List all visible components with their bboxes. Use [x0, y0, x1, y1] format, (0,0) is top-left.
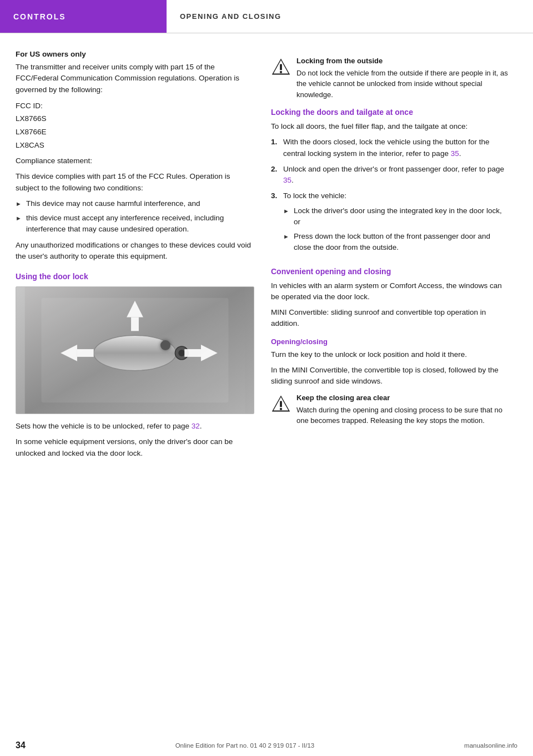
step-1-link[interactable]: 35 [451, 149, 459, 158]
warning-locking-body: Do not lock the vehicle from the outside… [296, 69, 508, 99]
list-item: ► This device may not cause harmful inte… [16, 198, 254, 209]
door-lock-image [16, 286, 254, 414]
convenient-heading: Convenient opening and closing [271, 267, 510, 276]
fcc-id-1: LX8766S [16, 113, 254, 125]
warning-closing-text: Keep the closing area clear Watch during… [296, 392, 510, 426]
controls-tab-label: CONTROLS [13, 12, 66, 21]
warning-closing-title: Keep the closing area clear [296, 392, 510, 404]
list-item: 2. Unlock and open the driver's or front… [271, 164, 510, 187]
svg-rect-14 [280, 71, 282, 73]
bullet-2-text: this device must accept any interference… [26, 213, 254, 235]
list-item: ► this device must accept any interferen… [16, 213, 254, 235]
step-3-bullet-2: Press down the lock button of the front … [294, 231, 510, 254]
door-lock-caption-1: Sets how the vehicle is to be unlocked, … [16, 422, 192, 430]
fcc-id-3: LX8CAS [16, 139, 254, 152]
svg-rect-10 [131, 317, 139, 331]
locking-doors-heading: Locking the doors and tailgate at once [271, 108, 510, 117]
step-number-3: 3. [271, 190, 283, 201]
warning-closing-box: Keep the closing area clear Watch during… [271, 392, 510, 426]
bullet-arrow-icon: ► [283, 206, 289, 216]
step-1-text: With the doors closed, lock the vehicle … [283, 137, 510, 159]
warning-locking-box: Locking from the outside Do not lock the… [271, 56, 510, 100]
locking-steps-list: 1. With the doors closed, lock the vehic… [271, 137, 510, 256]
list-item: ► Lock the driver's door using the integ… [283, 205, 510, 228]
fcc-bullet-list: ► This device may not cause harmful inte… [16, 198, 254, 235]
door-lock-body: In some vehicle equipment versions, only… [16, 436, 254, 459]
list-item: 3. To lock the vehicle: ► Lock the drive… [271, 190, 510, 256]
bullet-arrow-icon: ► [16, 214, 22, 223]
door-lock-caption: Sets how the vehicle is to be unlocked, … [16, 421, 254, 432]
compliance-label: Compliance statement: [16, 155, 254, 167]
bullet-arrow-icon: ► [283, 232, 289, 241]
svg-rect-8 [184, 349, 201, 357]
door-lock-link[interactable]: 32 [192, 422, 200, 430]
step-2-text: Unlock and open the driver's or front pa… [283, 164, 510, 187]
locking-doors-intro: To lock all doors, the fuel filler flap,… [271, 121, 510, 132]
warning-triangle-icon-2 [271, 394, 291, 414]
svg-rect-13 [280, 64, 282, 70]
step-3-text: To lock the vehicle: ► Lock the driver's… [283, 190, 510, 256]
convenient-body-2: MINI Convertible: sliding sunroof and co… [271, 307, 510, 330]
step-3-bullet-1: Lock the driver's door using the integra… [294, 205, 510, 228]
svg-rect-6 [77, 349, 94, 357]
convenient-body-1: In vehicles with an alarm system or Comf… [271, 280, 510, 303]
footer-center-text: Online Edition for Part no. 01 40 2 919 … [175, 742, 315, 749]
step-number-2: 2. [271, 164, 283, 175]
footer-right-text: manualsonline.info [464, 742, 517, 749]
svg-rect-17 [280, 401, 282, 407]
unauthorized-text: Any unauthorized modifications or change… [16, 240, 254, 263]
fcc-id-label: FCC ID: [16, 100, 254, 112]
page-footer: 34 Online Edition for Part no. 01 40 2 9… [0, 740, 533, 750]
page-number: 34 [16, 740, 26, 750]
page-header: CONTROLS OPENING AND CLOSING [0, 0, 533, 33]
list-item: ► Press down the lock button of the fron… [283, 231, 510, 254]
section-title: OPENING AND CLOSING [167, 0, 295, 33]
compliance-body: This device complies with part 15 of the… [16, 171, 254, 194]
bullet-arrow-icon: ► [16, 199, 22, 209]
controls-tab: CONTROLS [0, 0, 167, 33]
svg-point-2 [94, 335, 177, 370]
warning-locking-title: Locking from the outside [296, 56, 510, 67]
main-content: For US owners only The transmitter and r… [0, 33, 533, 497]
warning-locking-text: Locking from the outside Do not lock the… [296, 56, 510, 100]
opening-closing-body-2: In the MINI Convertible, the convertible… [271, 365, 510, 387]
right-column: Locking from the outside Do not lock the… [271, 50, 510, 463]
bullet-1-text: This device may not cause harmful interf… [26, 198, 200, 209]
for-us-owners-heading: For US owners only [16, 50, 254, 58]
list-item: 1. With the doors closed, lock the vehic… [271, 137, 510, 159]
door-lock-caption-2: . [200, 422, 202, 430]
svg-rect-18 [280, 408, 282, 410]
step-3-sub-list: ► Lock the driver's door using the integ… [283, 205, 510, 254]
fcc-id-2: LX8766E [16, 126, 254, 138]
step-number-1: 1. [271, 137, 283, 148]
step-2-link[interactable]: 35 [283, 176, 291, 184]
warning-triangle-icon [271, 57, 291, 77]
svg-point-4 [178, 350, 185, 356]
door-lock-heading: Using the door lock [16, 272, 254, 281]
for-us-owners-body: The transmitter and receiver units compl… [16, 62, 254, 95]
opening-closing-subheading: Opening/closing [271, 337, 510, 346]
left-column: For US owners only The transmitter and r… [16, 50, 254, 463]
door-lock-svg [16, 287, 254, 414]
opening-closing-body-1: Turn the key to the unlock or lock posit… [271, 349, 510, 360]
section-title-text: OPENING AND CLOSING [180, 12, 281, 21]
warning-closing-body: Watch during the opening and closing pro… [296, 406, 502, 425]
